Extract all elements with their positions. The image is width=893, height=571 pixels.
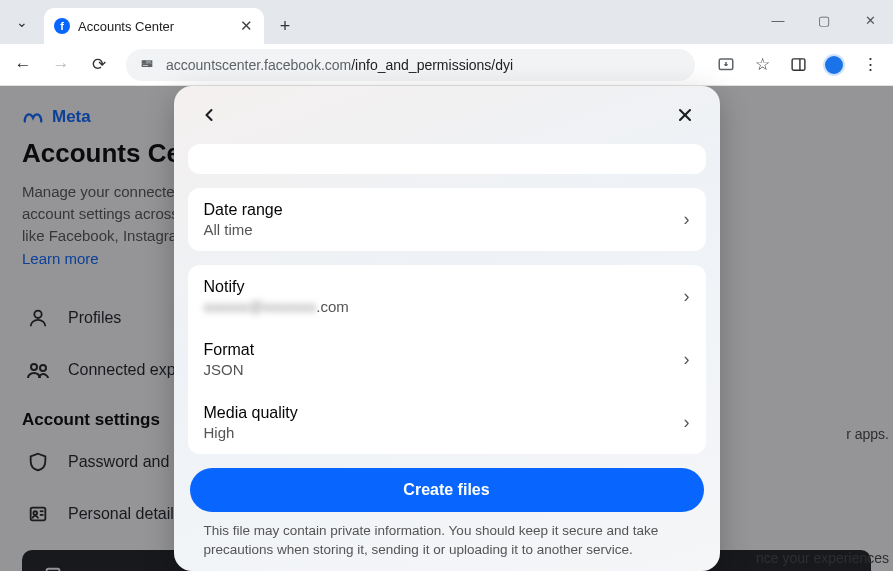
- row-value: JSON: [204, 361, 255, 378]
- window-controls: — ▢ ✕: [755, 0, 893, 40]
- row-label: Format: [204, 341, 255, 359]
- chevron-right-icon: ›: [684, 286, 690, 307]
- browser-tab[interactable]: f Accounts Center ✕: [44, 8, 264, 44]
- download-info-modal: Date range All time › Notify xxxxxx@xxxx…: [174, 86, 720, 571]
- modal-body: Date range All time › Notify xxxxxx@xxxx…: [174, 144, 720, 571]
- chevron-right-icon: ›: [684, 349, 690, 370]
- minimize-button[interactable]: —: [755, 0, 801, 40]
- row-value: All time: [204, 221, 283, 238]
- chevron-right-icon: ›: [684, 209, 690, 230]
- card-top-spacer: [188, 144, 706, 174]
- browser-titlebar: ⌄ f Accounts Center ✕ + — ▢ ✕: [0, 0, 893, 44]
- svg-rect-5: [792, 59, 805, 70]
- close-icon: [675, 105, 695, 125]
- tab-search-button[interactable]: ⌄: [0, 0, 44, 44]
- browser-toolbar: ← → ⟳ accountscenter.facebook.com/info_a…: [0, 44, 893, 86]
- chevron-right-icon: ›: [684, 412, 690, 433]
- row-label: Media quality: [204, 404, 298, 422]
- chevron-left-icon: [199, 105, 219, 125]
- avatar-icon: [823, 54, 845, 76]
- url-text: accountscenter.facebook.com/info_and_per…: [166, 57, 513, 73]
- bookmark-icon[interactable]: ☆: [745, 48, 779, 82]
- address-bar[interactable]: accountscenter.facebook.com/info_and_per…: [126, 49, 695, 81]
- facebook-favicon-icon: f: [54, 18, 70, 34]
- svg-point-2: [143, 60, 145, 62]
- reload-button[interactable]: ⟳: [82, 48, 116, 82]
- date-range-card: Date range All time ›: [188, 188, 706, 251]
- row-label: Date range: [204, 201, 283, 219]
- sidepanel-icon[interactable]: [781, 48, 815, 82]
- create-files-button[interactable]: Create files: [190, 468, 704, 512]
- button-label: Create files: [403, 481, 489, 499]
- close-button[interactable]: [668, 98, 702, 132]
- back-button[interactable]: ←: [6, 48, 40, 82]
- profile-button[interactable]: [817, 48, 851, 82]
- tab-title: Accounts Center: [78, 19, 230, 34]
- install-app-icon[interactable]: [709, 48, 743, 82]
- format-row[interactable]: Format JSON ›: [188, 328, 706, 391]
- close-tab-button[interactable]: ✕: [238, 18, 254, 34]
- kebab-menu-button[interactable]: ⋮: [853, 48, 887, 82]
- maximize-button[interactable]: ▢: [801, 0, 847, 40]
- svg-point-3: [148, 64, 150, 66]
- options-card: Notify xxxxxx@xxxxxxx.com › Format JSON …: [188, 265, 706, 454]
- new-tab-button[interactable]: +: [270, 11, 300, 41]
- chevron-down-icon: ⌄: [16, 14, 28, 30]
- row-value: High: [204, 424, 298, 441]
- media-quality-row[interactable]: Media quality High ›: [188, 391, 706, 454]
- back-button[interactable]: [192, 98, 226, 132]
- forward-button[interactable]: →: [44, 48, 78, 82]
- modal-header: [174, 86, 720, 144]
- row-value: xxxxxx@xxxxxxx.com: [204, 298, 349, 315]
- disclaimer-text: This file may contain private informatio…: [188, 522, 706, 571]
- date-range-row[interactable]: Date range All time ›: [188, 188, 706, 251]
- site-settings-icon[interactable]: [138, 56, 156, 74]
- notify-row[interactable]: Notify xxxxxx@xxxxxxx.com ›: [188, 265, 706, 328]
- row-label: Notify: [204, 278, 349, 296]
- close-window-button[interactable]: ✕: [847, 0, 893, 40]
